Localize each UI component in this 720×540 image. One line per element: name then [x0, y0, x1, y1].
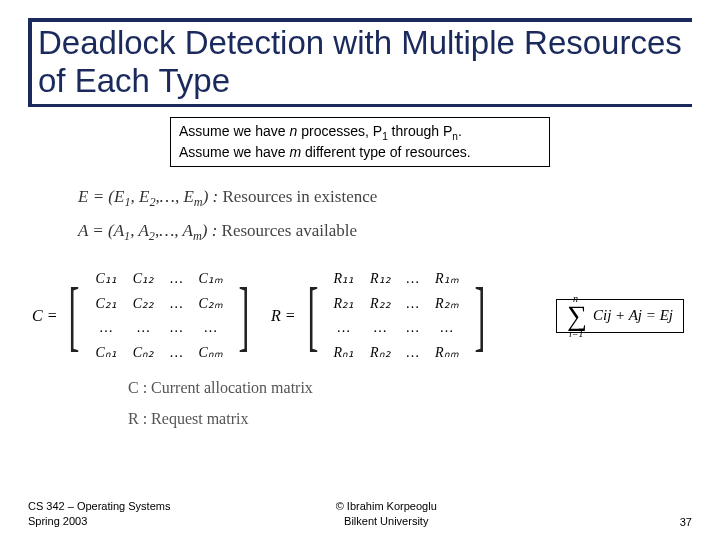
- footer: CS 342 – Operating Systems Spring 2003 ©…: [0, 499, 720, 528]
- cell: R₁ₘ: [427, 266, 467, 291]
- text: ) :: [202, 221, 218, 240]
- cell: …: [399, 316, 427, 340]
- assume-line-1: Assume we have n processes, P1 through P…: [179, 122, 541, 143]
- cell: …: [162, 316, 190, 340]
- text: ,…, E: [156, 187, 194, 206]
- cell: Rₙₘ: [427, 340, 467, 365]
- cell: C₁ₘ: [191, 266, 231, 291]
- sub: m: [194, 196, 203, 210]
- slide-title: Deadlock Detection with Multiple Resourc…: [32, 24, 692, 107]
- text: processes, P: [297, 123, 382, 139]
- university: Bilkent University: [110, 514, 662, 528]
- matrix-c: C = [ C₁₁C₁₂…C₁ₘ C₂₁C₂₂…C₂ₘ ………… Cₙ₁Cₙ₂……: [32, 266, 257, 365]
- cell: …: [399, 340, 427, 365]
- cell: …: [325, 316, 362, 340]
- cell: R₁₂: [362, 266, 399, 291]
- sum-body: Cij + Aj = Ej: [593, 307, 673, 324]
- sigma-lower: i=1: [569, 330, 584, 337]
- cell: …: [162, 340, 190, 365]
- label: Resources in existence: [218, 187, 377, 206]
- bracket-right-icon: ]: [238, 285, 249, 347]
- cell: Rₙ₂: [362, 340, 399, 365]
- cell: …: [399, 266, 427, 291]
- text: through P: [388, 123, 453, 139]
- eq-label: R =: [271, 307, 296, 325]
- matrix-r: R = [ R₁₁R₁₂…R₁ₘ R₂₁R₂₂…R₂ₘ ………… Rₙ₁Rₙ₂……: [271, 266, 493, 365]
- label-r: R : Request matrix: [128, 404, 692, 434]
- bracket-right-icon: ]: [474, 285, 485, 347]
- cell: Rₙ₁: [325, 340, 362, 365]
- assume-line-2: Assume we have m different type of resou…: [179, 143, 541, 162]
- text: Assume we have: [179, 123, 290, 139]
- bracket-left-icon: [: [69, 285, 80, 347]
- text: Assume we have: [179, 144, 290, 160]
- cell: C₁₂: [125, 266, 162, 291]
- title-box: Deadlock Detection with Multiple Resourc…: [28, 18, 692, 107]
- cell: …: [362, 316, 399, 340]
- cell: C₂ₘ: [191, 291, 231, 316]
- cell: R₂ₘ: [427, 291, 467, 316]
- footer-center: © Ibrahim Korpeoglu Bilkent University: [110, 499, 662, 528]
- vector-definitions: E = (E1, E2,…, Em) : Resources in existe…: [78, 181, 692, 248]
- cell: R₁₁: [325, 266, 362, 291]
- text: , E: [131, 187, 150, 206]
- cell: Cₙ₂: [125, 340, 162, 365]
- assumption-box: Assume we have n processes, P1 through P…: [170, 117, 550, 167]
- var-m: m: [290, 144, 302, 160]
- vector-a: A = (A1, A2,…, Am) : Resources available: [78, 215, 692, 249]
- text: different type of resources.: [301, 144, 470, 160]
- cell: …: [427, 316, 467, 340]
- cell: C₂₂: [125, 291, 162, 316]
- matrices-row: C = [ C₁₁C₁₂…C₁ₘ C₂₁C₂₂…C₂ₘ ………… Cₙ₁Cₙ₂……: [32, 266, 692, 365]
- cell: Cₙ₁: [87, 340, 124, 365]
- sub: m: [193, 229, 202, 243]
- cell: R₂₁: [325, 291, 362, 316]
- sigma-upper: n: [573, 295, 578, 302]
- cell: R₂₂: [362, 291, 399, 316]
- text: ,…, A: [155, 221, 193, 240]
- label-c: C : Current allocation matrix: [128, 373, 692, 403]
- cell: …: [162, 291, 190, 316]
- bracket-left-icon: [: [307, 285, 318, 347]
- cell: …: [191, 316, 231, 340]
- matrix-r-body: R₁₁R₁₂…R₁ₘ R₂₁R₂₂…R₂ₘ ………… Rₙ₁Rₙ₂…Rₙₘ: [325, 266, 466, 365]
- cell: …: [399, 291, 427, 316]
- vector-e: E = (E1, E2,…, Em) : Resources in existe…: [78, 181, 692, 215]
- slide: Deadlock Detection with Multiple Resourc…: [0, 0, 720, 540]
- label: Resources available: [217, 221, 357, 240]
- cell: …: [125, 316, 162, 340]
- cell: …: [162, 266, 190, 291]
- matrix-labels: C : Current allocation matrix R : Reques…: [128, 373, 692, 434]
- text: A = (A: [78, 221, 124, 240]
- text: , A: [130, 221, 149, 240]
- cell: C₂₁: [87, 291, 124, 316]
- matrix-c-body: C₁₁C₁₂…C₁ₘ C₂₁C₂₂…C₂ₘ ………… Cₙ₁Cₙ₂…Cₙₘ: [87, 266, 230, 365]
- cell: Cₙₘ: [191, 340, 231, 365]
- cell: …: [87, 316, 124, 340]
- page-number: 37: [662, 516, 692, 528]
- copyright: © Ibrahim Korpeoglu: [110, 499, 662, 513]
- cell: C₁₁: [87, 266, 124, 291]
- sum-equation-box: ∑ n i=1 Cij + Aj = Ej: [556, 299, 684, 333]
- text: .: [458, 123, 462, 139]
- sigma-icon: ∑ n i=1: [567, 306, 587, 326]
- text: E = (E: [78, 187, 124, 206]
- eq-label: C =: [32, 307, 57, 325]
- text: ) :: [203, 187, 219, 206]
